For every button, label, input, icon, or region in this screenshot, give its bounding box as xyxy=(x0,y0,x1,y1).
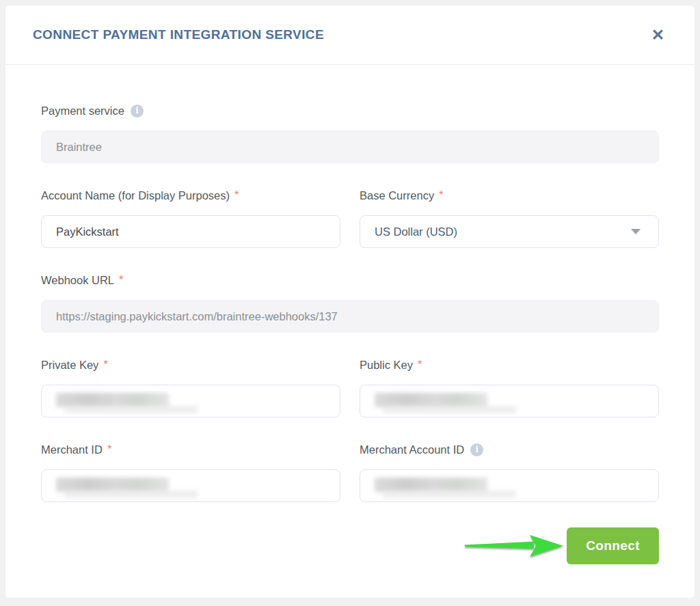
public-key-label: Public Key * xyxy=(360,358,659,372)
close-icon[interactable]: ✕ xyxy=(651,27,664,43)
field-public-key: Public Key * xyxy=(360,358,659,417)
modal-body: Payment service i Braintree Account Name… xyxy=(5,65,695,598)
required-asterisk: * xyxy=(439,189,443,202)
required-asterisk: * xyxy=(119,274,123,286)
connect-payment-modal: CONNECT PAYMENT INTEGRATION SERVICE ✕ Pa… xyxy=(5,5,695,598)
field-merchant-id: Merchant ID * xyxy=(41,443,340,502)
field-payment-service: Payment service i Braintree xyxy=(41,104,659,163)
account-name-label: Account Name (for Display Purposes) * xyxy=(41,189,340,202)
merchant-account-id-input[interactable] xyxy=(360,469,659,502)
info-icon[interactable]: i xyxy=(470,443,483,456)
required-asterisk: * xyxy=(418,359,422,371)
required-asterisk: * xyxy=(107,443,111,456)
green-arrow-annotation-icon xyxy=(463,530,565,562)
chevron-down-icon xyxy=(631,229,641,234)
payment-service-input: Braintree xyxy=(41,130,659,163)
merchant-id-input[interactable] xyxy=(41,469,340,502)
label-text: Merchant ID xyxy=(41,443,103,456)
label-text: Account Name (for Display Purposes) xyxy=(41,189,230,202)
field-webhook-url: Webhook URL * https://staging.paykicksta… xyxy=(41,273,659,333)
webhook-url-input: https://staging.paykickstart.com/braintr… xyxy=(41,300,659,333)
info-icon[interactable]: i xyxy=(131,105,144,118)
account-name-input[interactable] xyxy=(41,215,340,248)
merchant-account-id-label: Merchant Account ID i xyxy=(360,443,659,456)
label-text: Payment service xyxy=(41,105,124,118)
field-base-currency: Base Currency * US Dollar (USD) xyxy=(360,189,659,248)
redacted-value xyxy=(56,478,169,492)
row-merchant: Merchant ID * Merchant Account ID i xyxy=(41,443,659,502)
required-asterisk: * xyxy=(103,359,107,371)
redacted-value xyxy=(375,393,487,407)
label-text: Private Key xyxy=(41,359,98,372)
label-text: Public Key xyxy=(360,359,413,372)
modal-header: CONNECT PAYMENT INTEGRATION SERVICE ✕ xyxy=(5,5,695,65)
row-account-currency: Account Name (for Display Purposes) * Ba… xyxy=(41,189,659,248)
field-account-name: Account Name (for Display Purposes) * xyxy=(41,189,340,248)
connect-button[interactable]: Connect xyxy=(567,527,659,564)
base-currency-label: Base Currency * xyxy=(360,189,659,202)
merchant-id-label: Merchant ID * xyxy=(41,443,340,456)
webhook-url-label: Webhook URL * xyxy=(41,273,659,287)
base-currency-select[interactable]: US Dollar (USD) xyxy=(360,215,659,248)
redacted-value xyxy=(375,478,487,492)
label-text: Merchant Account ID xyxy=(360,443,464,456)
field-merchant-account-id: Merchant Account ID i xyxy=(360,443,659,502)
modal-footer: Connect xyxy=(41,527,659,598)
modal-title: CONNECT PAYMENT INTEGRATION SERVICE xyxy=(33,27,324,42)
private-key-label: Private Key * xyxy=(41,358,340,372)
row-keys: Private Key * Public Key * xyxy=(41,358,659,417)
selected-currency: US Dollar (USD) xyxy=(375,225,457,238)
field-private-key: Private Key * xyxy=(41,358,340,417)
label-text: Base Currency xyxy=(360,189,434,202)
private-key-input[interactable] xyxy=(41,385,340,417)
redacted-value xyxy=(56,393,169,407)
payment-service-label: Payment service i xyxy=(41,104,659,118)
required-asterisk: * xyxy=(234,189,239,202)
public-key-input[interactable] xyxy=(360,385,659,417)
label-text: Webhook URL xyxy=(41,274,114,287)
